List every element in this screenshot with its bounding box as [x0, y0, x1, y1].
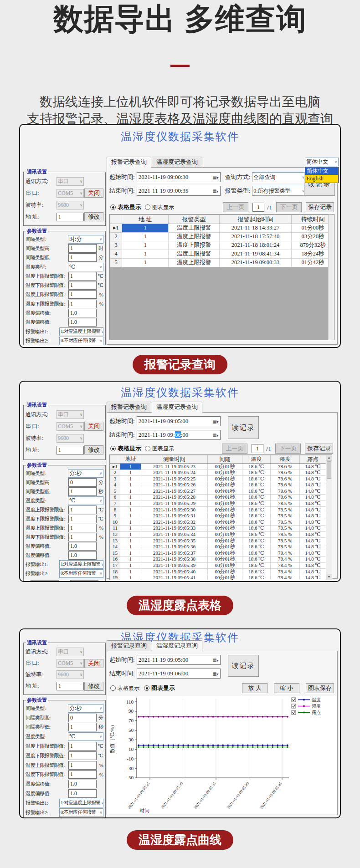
tab-alarm-query[interactable]: 报警记录查询: [107, 640, 151, 651]
read-records-button[interactable]: 读记录: [228, 655, 259, 677]
save-records-button[interactable]: 保存记录: [306, 202, 334, 212]
dropdown-select[interactable]: 串口∨: [57, 177, 84, 186]
end-time-input[interactable]: 2021-11-19 09:06:00 ▦▾: [137, 430, 221, 440]
table-row[interactable]: 41温度上限报警2021-11-19 08:41:3418分24秒: [110, 250, 334, 259]
text-input[interactable]: 1: [68, 290, 97, 299]
text-input[interactable]: 1: [57, 213, 84, 221]
table-row[interactable]: 712021-11-19 09:05:2900分01秒18.6 ℃78.5 %1…: [110, 500, 326, 507]
dropdown-select[interactable]: 9600∨: [57, 201, 84, 209]
text-input[interactable]: 1.0: [68, 780, 97, 788]
tab-record-query[interactable]: 温湿度记录查询: [152, 640, 202, 651]
dropdown-select[interactable]: COM5∨: [57, 659, 84, 668]
tab-record-query[interactable]: 温湿度记录查询: [152, 157, 202, 167]
language-option-english[interactable]: English: [305, 175, 338, 183]
text-input[interactable]: 0: [68, 478, 97, 487]
date-picker-icon[interactable]: ▦▾: [212, 175, 218, 180]
table-row[interactable]: 21温度上限报警2021-11-18 17:57:4003分20秒: [110, 233, 334, 241]
zoom-in-button[interactable]: 放 大: [242, 683, 267, 693]
page-number-input[interactable]: 1: [252, 444, 263, 453]
text-input[interactable]: 1: [57, 682, 84, 690]
table-row[interactable]: 1812021-11-19 09:05:4000分01秒18.6 ℃78.4 %…: [110, 569, 326, 575]
modify-params-button[interactable]: 修改: [70, 580, 98, 582]
text-input[interactable]: 1: [68, 253, 97, 262]
date-picker-icon[interactable]: ▦▾: [212, 658, 218, 663]
table-row[interactable]: 812021-11-19 09:05:3000分01秒18.6 ℃78.5 %1…: [110, 507, 326, 513]
chart-canvas[interactable]: 1109070503010-10-30-502021-11-19 09:05:2…: [108, 696, 338, 816]
text-input[interactable]: 1.0: [68, 542, 97, 551]
zoom-out-button[interactable]: 缩 小: [274, 683, 299, 693]
dropdown-select[interactable]: 分:秒∨: [68, 704, 103, 713]
end-time-input[interactable]: 2021-11-19 09:00:35 ▦▾: [137, 186, 221, 196]
text-input[interactable]: 1: [68, 742, 97, 751]
language-select[interactable]: 简体中文 ∨: [305, 158, 339, 166]
table-row[interactable]: 1212021-11-19 09:05:3400分01秒18.6 ℃78.5 %…: [110, 531, 326, 538]
table-row[interactable]: 31温度上限报警2021-11-18 18:01:24879分32秒: [110, 241, 334, 250]
text-input[interactable]: 1: [68, 515, 97, 523]
text-input[interactable]: 1.0: [68, 789, 97, 798]
start-time-input[interactable]: 2021-11-19 09:05:00 ▦▾: [137, 416, 221, 426]
table-row[interactable]: 412021-11-19 09:05:2600分01秒18.6 ℃78.6 %1…: [110, 482, 326, 488]
table-row[interactable]: 1412021-11-19 09:05:3600分01秒18.6 ℃78.5 %…: [110, 544, 326, 550]
text-input[interactable]: 1: [68, 524, 97, 532]
table-row[interactable]: ▸112021-11-19 09:05:2300分01秒18.6 ℃78.6 %…: [110, 464, 326, 470]
radio-chart-view[interactable]: [144, 685, 149, 691]
dropdown-select[interactable]: 0:不对应任何报警∨: [59, 808, 103, 817]
date-picker-icon[interactable]: ▦▾: [212, 433, 218, 438]
scroll-up-icon[interactable]: ▲: [326, 455, 332, 461]
start-time-input[interactable]: 2021-11-19 09:05:00 ▦▾: [137, 655, 221, 665]
start-time-input[interactable]: 2021-11-19 09:00:30 ▦▾: [137, 172, 221, 182]
text-input[interactable]: 1: [68, 487, 97, 496]
table-row[interactable]: 1012021-11-19 09:05:3200分01秒18.6 ℃78.5 %…: [110, 519, 326, 526]
alarm-type-select[interactable]: 0:所有报警类型 ∨: [252, 186, 306, 196]
query-mode-select[interactable]: 全部查询 ∨: [252, 172, 306, 182]
next-page-button[interactable]: 下一页: [275, 444, 301, 454]
dropdown-select[interactable]: COM5∨: [57, 422, 84, 431]
table-row[interactable]: 1912021-11-19 09:05:4100分01秒18.6 ℃78.4 %…: [110, 575, 326, 580]
table-row[interactable]: 1512021-11-19 09:05:3700分01秒18.6 ℃78.4 %…: [110, 550, 326, 557]
text-input[interactable]: 1: [57, 446, 84, 454]
dropdown-select[interactable]: ℃∨: [68, 263, 103, 271]
tab-alarm-query[interactable]: 报警记录查询: [107, 402, 151, 412]
radio-table-view[interactable]: [110, 685, 116, 691]
table-row[interactable]: 1712021-11-19 09:05:3900分01秒18.6 ℃78.4 %…: [110, 562, 326, 569]
dropdown-select[interactable]: ℃∨: [68, 732, 103, 741]
table-row[interactable]: 51温度上限报警2021-11-19 09:00:3301分42秒: [110, 259, 334, 267]
dropdown-select[interactable]: 串口∨: [57, 410, 84, 419]
table-scrollbar[interactable]: ▲ ▼: [326, 455, 332, 580]
dropdown-select[interactable]: 9600∨: [57, 434, 84, 443]
modify-address-button[interactable]: 修改: [84, 212, 103, 221]
end-time-input[interactable]: 2021-11-19 09:06:00 ▦▾: [137, 669, 221, 679]
text-input[interactable]: 1: [68, 533, 97, 541]
close-port-button[interactable]: 关闭: [84, 659, 103, 668]
alarm-records-table[interactable]: 地 址报警类型报警起始时间持续时间▸11温度上限报警2021-11-18 14:…: [109, 214, 334, 340]
dropdown-select[interactable]: ℃∨: [68, 496, 103, 505]
modify-address-button[interactable]: 修改: [84, 682, 103, 691]
date-picker-icon[interactable]: ▦▾: [212, 671, 218, 676]
prev-page-button[interactable]: 上一页: [223, 202, 248, 212]
radio-table-view[interactable]: [110, 446, 116, 451]
scrollbar-thumb[interactable]: [327, 461, 331, 479]
chart-legend[interactable]: 温度湿度露点: [292, 697, 321, 715]
save-records-button[interactable]: 保存记录: [305, 444, 333, 454]
table-row[interactable]: 512021-11-19 09:05:2700分01秒18.6 ℃78.6 %1…: [110, 488, 326, 495]
text-input[interactable]: 1: [68, 281, 97, 290]
text-input[interactable]: 1: [68, 723, 97, 731]
text-input[interactable]: 1: [68, 300, 97, 308]
table-scrollbar[interactable]: [328, 214, 334, 340]
radio-chart-view[interactable]: [145, 446, 150, 451]
table-row[interactable]: 312021-11-19 09:05:2500分01秒18.6 ℃78.6 %1…: [110, 476, 326, 482]
text-input[interactable]: 1.0: [68, 318, 97, 327]
dropdown-select[interactable]: COM5∨: [57, 189, 84, 198]
prev-page-button[interactable]: 上一页: [222, 444, 247, 454]
text-input[interactable]: 1: [68, 505, 97, 514]
text-input[interactable]: 1.0: [68, 551, 97, 560]
table-row[interactable]: 212021-11-19 09:05:2400分01秒18.6 ℃78.6 %1…: [110, 470, 326, 476]
table-row[interactable]: 912021-11-19 09:05:3100分01秒18.6 ℃78.5 %1…: [110, 513, 326, 519]
text-input[interactable]: 1.0: [68, 309, 97, 317]
table-row[interactable]: 1612021-11-19 09:05:3800分01秒18.6 ℃78.4 %…: [110, 556, 326, 562]
text-input[interactable]: 1: [68, 751, 97, 760]
radio-table-view[interactable]: [110, 204, 116, 210]
tab-record-query[interactable]: 温湿度记录查询: [152, 402, 202, 413]
text-input[interactable]: 1: [68, 770, 97, 779]
read-records-button[interactable]: 读记录: [228, 416, 259, 439]
